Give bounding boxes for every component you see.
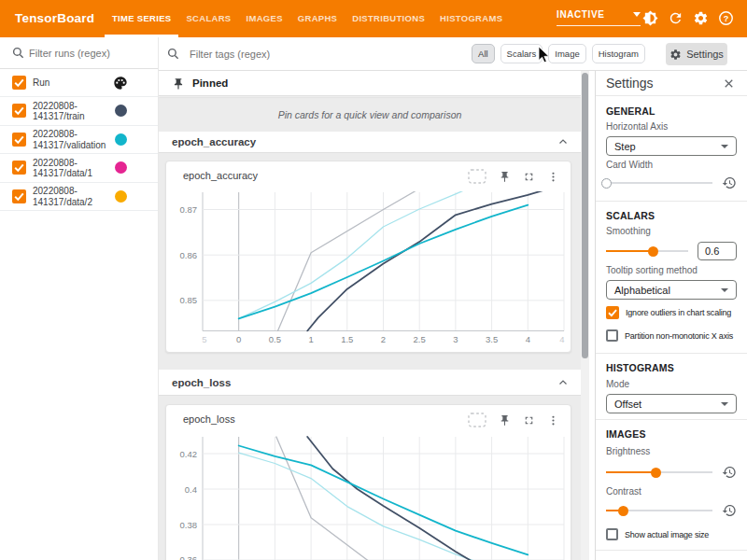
field-label: Contrast bbox=[606, 486, 737, 497]
slider-contrast[interactable] bbox=[606, 510, 712, 511]
settings-gear-icon[interactable] bbox=[693, 10, 709, 26]
nav-tab-time-series[interactable]: TIME SERIES bbox=[105, 0, 178, 37]
check-icon bbox=[12, 76, 26, 90]
run-checkbox[interactable] bbox=[12, 76, 26, 90]
settings-section-heading: SCALARS bbox=[606, 210, 737, 221]
tags-toolbar: Filter tags (regex) AllScalarsImageHisto… bbox=[159, 37, 747, 71]
app-header: TensorBoard TIME SERIESSCALARSIMAGESGRAP… bbox=[0, 0, 747, 37]
run-label: 20220808-141317/train bbox=[33, 100, 109, 121]
chevron-down-icon bbox=[721, 402, 728, 406]
series-line-train-unsmoothed bbox=[276, 437, 427, 560]
scalar-card-epoch-loss: epoch_loss0.360.380.40.42 bbox=[165, 404, 571, 560]
theme-toggle-icon[interactable] bbox=[642, 10, 658, 26]
divider bbox=[596, 419, 747, 420]
slider-knob[interactable] bbox=[648, 246, 658, 257]
run-label: 20220808-141317/data/1 bbox=[33, 157, 109, 178]
nav-tab-scalars[interactable]: SCALARS bbox=[178, 0, 238, 37]
svg-text:0.4: 0.4 bbox=[185, 484, 197, 495]
app-logo: TensorBoard bbox=[15, 0, 94, 37]
settings-panel-title: Settings bbox=[606, 76, 654, 91]
nav-tab-graphs[interactable]: GRAPHS bbox=[290, 0, 345, 37]
filter-chip-all[interactable]: All bbox=[472, 44, 495, 63]
main-scrollbar[interactable] bbox=[581, 71, 589, 560]
slider-brightness[interactable] bbox=[606, 471, 712, 473]
checkbox-row: Partition non-monotonic X axis? bbox=[606, 329, 737, 343]
slider-knob[interactable] bbox=[651, 468, 661, 478]
help-icon[interactable]: ? bbox=[718, 10, 734, 26]
run-checkbox[interactable] bbox=[12, 133, 26, 147]
run-checkbox[interactable] bbox=[12, 104, 26, 118]
filter-chip-image[interactable]: Image bbox=[548, 44, 585, 63]
field-label: Brightness bbox=[606, 446, 737, 457]
slider-smoothing[interactable] bbox=[606, 250, 688, 252]
svg-text:0.36: 0.36 bbox=[180, 554, 198, 560]
checkbox-label: Partition non-monotonic X axis bbox=[625, 331, 733, 341]
field-label: Horizontal Axis bbox=[606, 121, 737, 133]
pinned-title: Pinned bbox=[192, 77, 228, 89]
svg-text:4: 4 bbox=[559, 334, 564, 344]
svg-text:?: ? bbox=[724, 14, 729, 23]
section-header-epoch-loss[interactable]: epoch_loss bbox=[159, 370, 581, 396]
filter-chip-histogram[interactable]: Histogram bbox=[592, 44, 645, 63]
pinned-section-header[interactable]: Pinned bbox=[159, 71, 581, 96]
select-mode[interactable]: Offset bbox=[606, 394, 737, 413]
svg-text:0.42: 0.42 bbox=[180, 449, 198, 459]
run-label: Run bbox=[33, 77, 109, 89]
scalar-chart[interactable]: 0.850.860.8700.511.522.533.5454 bbox=[166, 161, 571, 353]
refresh-icon[interactable] bbox=[668, 10, 684, 26]
svg-text:5: 5 bbox=[202, 334, 206, 344]
close-icon[interactable] bbox=[722, 77, 736, 91]
reset-icon[interactable] bbox=[722, 503, 737, 518]
slider-knob[interactable] bbox=[618, 506, 628, 516]
settings-button[interactable]: Settings bbox=[666, 43, 727, 65]
runs-sidebar: Filter runs (regex) Run20220808-141317/t… bbox=[0, 37, 159, 560]
status-dropdown[interactable]: INACTIVE bbox=[557, 9, 641, 26]
select-horizontal-axis[interactable]: Step bbox=[606, 136, 737, 156]
run-color-dot bbox=[115, 161, 127, 174]
field-label: Tooltip sorting method bbox=[606, 265, 737, 276]
divider bbox=[596, 201, 747, 202]
reset-icon[interactable] bbox=[722, 175, 737, 190]
checkbox-row: Ignore outliers in chart scaling bbox=[606, 305, 737, 319]
reset-icon[interactable] bbox=[722, 465, 737, 480]
pin-icon[interactable] bbox=[172, 77, 185, 91]
select-tooltip-sorting-method[interactable]: Alphabetical bbox=[606, 280, 737, 300]
svg-text:0.38: 0.38 bbox=[180, 520, 198, 530]
scrollbar-thumb[interactable] bbox=[582, 73, 588, 358]
settings-section-heading: HISTOGRAMS bbox=[606, 362, 737, 373]
checkbox-show-actual-image-size[interactable] bbox=[606, 528, 618, 540]
series-line-train-smoothed bbox=[307, 437, 488, 560]
run-color-dot bbox=[115, 133, 127, 146]
slider-card-width[interactable] bbox=[606, 182, 712, 184]
svg-text:0: 0 bbox=[236, 334, 241, 344]
run-row: 20220808-141317/validation bbox=[0, 126, 158, 155]
section-header-epoch-accuracy[interactable]: epoch_accuracy bbox=[159, 132, 581, 153]
runs-filter-placeholder: Filter runs (regex) bbox=[29, 48, 110, 59]
status-label: INACTIVE bbox=[557, 9, 604, 20]
field-label: Mode bbox=[606, 379, 737, 390]
slider-knob[interactable] bbox=[601, 178, 612, 189]
nav-tab-histograms[interactable]: HISTOGRAMS bbox=[432, 0, 510, 37]
pinned-empty-hint: Pin cards for a quick view and compariso… bbox=[159, 97, 581, 132]
checkbox-ignore-outliers-in-chart-scaling[interactable] bbox=[606, 306, 619, 319]
checkbox-row: Show actual image size bbox=[606, 527, 737, 541]
svg-text:4: 4 bbox=[526, 334, 530, 344]
nav-tab-distributions[interactable]: DISTRIBUTIONS bbox=[345, 0, 432, 37]
slider-value-input[interactable]: 0.6 bbox=[698, 242, 737, 260]
select-value: Offset bbox=[614, 399, 641, 410]
run-checkbox[interactable] bbox=[12, 189, 26, 203]
runs-filter-input[interactable]: Filter runs (regex) bbox=[0, 37, 158, 69]
tags-filter-placeholder: Filter tags (regex) bbox=[190, 49, 270, 60]
collapse-icon[interactable] bbox=[557, 136, 569, 147]
checkbox-partition-non-monotonic-x-axis[interactable] bbox=[606, 329, 618, 342]
check-icon bbox=[12, 189, 26, 203]
select-value: Alphabetical bbox=[614, 285, 670, 296]
svg-text:1: 1 bbox=[308, 334, 313, 344]
filter-chip-scalars[interactable]: Scalars bbox=[500, 44, 543, 63]
settings-gear-icon[interactable] bbox=[669, 49, 682, 61]
tag-filter-chips: AllScalarsImageHistogram bbox=[472, 44, 645, 63]
scalar-chart[interactable]: 0.360.380.40.42 bbox=[166, 405, 571, 560]
run-checkbox[interactable] bbox=[12, 161, 26, 175]
nav-tab-images[interactable]: IMAGES bbox=[239, 0, 290, 37]
collapse-icon[interactable] bbox=[557, 377, 569, 388]
